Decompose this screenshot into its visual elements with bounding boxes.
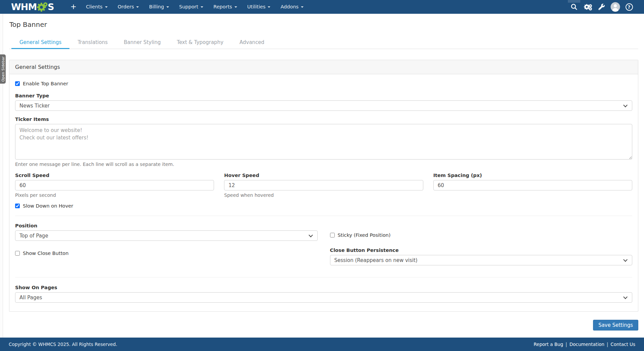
banner-type-group: Banner Type News Ticker <box>15 93 632 111</box>
caret-down-icon <box>234 6 237 8</box>
caret-down-icon <box>105 6 108 8</box>
page-footer: Copyright © WHMCS 2025. All Rights Reser… <box>0 338 644 351</box>
hover-speed-group: Hover Speed Speed when hovered <box>224 173 423 198</box>
top-navbar: WHM S + Clients Orders Billing Support <box>0 0 644 14</box>
close-persistence-select[interactable]: Session (Reappears on new visit) <box>330 255 633 265</box>
ticker-items-textarea[interactable] <box>15 124 632 160</box>
copyright-text: Copyright © WHMCS 2025. All Rights Reser… <box>9 342 117 347</box>
scroll-speed-input[interactable] <box>15 180 214 190</box>
menu-item-addons[interactable]: Addons <box>275 0 309 14</box>
sticky-row: Sticky (Fixed Position) <box>330 232 633 241</box>
tab-translations[interactable]: Translations <box>69 36 116 49</box>
contact-us-link[interactable]: Contact Us <box>610 342 635 347</box>
scroll-speed-label: Scroll Speed <box>15 173 214 178</box>
menu-item-utilities[interactable]: Utilities <box>242 0 276 14</box>
save-settings-button[interactable]: Save Settings <box>593 320 638 331</box>
scroll-speed-group: Scroll Speed Pixels per second <box>15 173 214 198</box>
caret-down-icon <box>301 6 304 8</box>
hover-speed-input[interactable] <box>224 180 423 190</box>
position-select[interactable]: Top of Page <box>15 230 318 241</box>
footer-separator: | <box>566 342 567 347</box>
brand-gear-icon <box>36 2 48 12</box>
menu-item-support[interactable]: Support <box>174 0 208 14</box>
show-on-pages-label: Show On Pages <box>15 285 632 290</box>
report-a-bug-link[interactable]: Report a Bug <box>534 342 563 347</box>
sticky-checkbox[interactable] <box>330 233 335 237</box>
show-close-label: Show Close Button <box>23 251 68 256</box>
menu-item-orders[interactable]: Orders <box>113 0 144 14</box>
footer-links: Report a Bug|Documentation|Contact Us <box>534 342 635 347</box>
banner-type-label: Banner Type <box>15 93 632 98</box>
page-title: Top Banner <box>9 20 638 29</box>
hover-speed-label: Hover Speed <box>224 173 423 178</box>
position-row: Position Top of Page Sticky (Fixed Posit… <box>15 223 632 241</box>
show-on-pages-group: Show On Pages All Pages <box>15 285 632 303</box>
quick-add-button[interactable]: + <box>66 0 81 14</box>
main-menu: Clients Orders Billing Support Reports U… <box>81 0 309 14</box>
banner-type-select[interactable]: News Ticker <box>15 100 632 111</box>
general-settings-panel: General Settings Enable Top Banner Banne… <box>9 60 638 312</box>
divider <box>15 277 632 277</box>
caret-down-icon <box>136 6 139 8</box>
item-spacing-group: Item Spacing (px) <box>433 173 632 198</box>
help-icon[interactable]: ? <box>622 0 636 14</box>
show-on-pages-select-wrap: All Pages <box>15 292 632 303</box>
position-group: Position Top of Page <box>15 223 318 241</box>
search-icon[interactable] <box>567 0 581 14</box>
enable-top-banner-label: Enable Top Banner <box>23 81 68 86</box>
menu-item-clients[interactable]: Clients <box>81 0 113 14</box>
speed-settings-row: Scroll Speed Pixels per second Hover Spe… <box>15 173 632 198</box>
tab-advanced[interactable]: Advanced <box>231 36 272 49</box>
menu-item-reports[interactable]: Reports <box>208 0 242 14</box>
show-close-checkbox[interactable] <box>15 251 20 256</box>
show-close-row: Show Close Button <box>15 248 318 256</box>
divider <box>15 216 632 216</box>
main-content: Top Banner General Settings Translations… <box>3 14 644 338</box>
tab-general-settings[interactable]: General Settings <box>11 36 69 49</box>
slow-down-checkbox[interactable] <box>15 204 20 208</box>
sticky-label: Sticky (Fixed Position) <box>338 232 391 238</box>
item-spacing-label: Item Spacing (px) <box>433 173 632 178</box>
item-spacing-input[interactable] <box>433 180 632 190</box>
close-button-row: Show Close Button Close Button Persisten… <box>15 248 632 265</box>
scroll-speed-help: Pixels per second <box>15 192 214 198</box>
caret-down-icon <box>268 6 270 8</box>
tab-text-typography[interactable]: Text & Typography <box>169 36 231 49</box>
slow-down-label: Slow Down on Hover <box>23 203 73 209</box>
whmcs-logo[interactable]: WHM S <box>11 2 54 12</box>
ticker-items-group: Ticker Items Enter one message per line.… <box>15 117 632 167</box>
panel-body: Enable Top Banner Banner Type News Ticke… <box>9 74 638 311</box>
enable-top-banner-row: Enable Top Banner <box>15 81 632 86</box>
close-persistence-label: Close Button Persistence <box>330 248 633 253</box>
ticker-items-help: Enter one message per line. Each line wi… <box>15 162 632 167</box>
settings-tabs: General Settings Translations Banner Sty… <box>9 36 638 49</box>
documentation-link[interactable]: Documentation <box>570 342 604 347</box>
slow-down-row: Slow Down on Hover <box>15 203 632 209</box>
ticker-items-label: Ticker Items <box>15 117 632 122</box>
open-sidebar-tab[interactable]: Open Sidebar <box>0 54 6 84</box>
show-on-pages-select[interactable]: All Pages <box>15 292 632 303</box>
navbar-actions: ? <box>567 0 636 14</box>
close-persistence-select-wrap: Session (Reappears on new visit) <box>330 255 633 265</box>
wrench-setup-icon[interactable] <box>595 0 608 14</box>
hover-speed-help: Speed when hovered <box>224 192 423 198</box>
form-actions: Save Settings <box>9 320 638 331</box>
menu-item-billing[interactable]: Billing <box>144 0 174 14</box>
user-avatar[interactable] <box>608 0 622 14</box>
tab-banner-styling[interactable]: Banner Styling <box>116 36 169 49</box>
panel-header: General Settings <box>9 60 638 74</box>
footer-separator: | <box>607 342 608 347</box>
brand-text-post: S <box>48 2 54 12</box>
caret-down-icon <box>201 6 203 8</box>
banner-type-select-wrap: News Ticker <box>15 100 632 111</box>
position-label: Position <box>15 223 318 228</box>
brand-text-pre: WHM <box>11 2 37 12</box>
close-persistence-group: Close Button Persistence Session (Reappe… <box>330 248 633 265</box>
position-select-wrap: Top of Page <box>15 230 318 241</box>
automation-gears-icon[interactable] <box>581 0 595 14</box>
enable-top-banner-checkbox[interactable] <box>15 81 20 86</box>
caret-down-icon <box>166 6 169 8</box>
